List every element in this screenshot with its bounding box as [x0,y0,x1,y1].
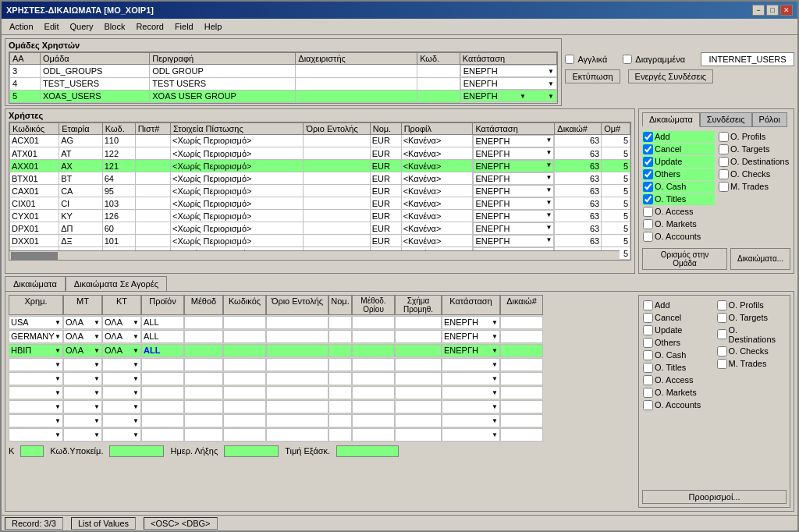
cb-update[interactable]: Update [642,156,715,168]
title-bar: ΧΡΗΣΤΕΣ-ΔΙΚΑΙΩΜΑΤΑ [ΜΟ_ΧΟΙΡ1] − □ ✕ [2,2,797,19]
energes-button[interactable]: Ενεργές Συνδέσεις [628,69,714,83]
menu-action[interactable]: Action [5,20,38,33]
b-cb-others[interactable]: Others [642,337,713,349]
bottom-col-headers: Χρημ. ΜΤ ΚΤ Προϊόν Μέθοδ Κωδικός Όριο Εν… [9,295,635,315]
group-row-selected[interactable]: 5 XOAS_USERS XOAS USER GROUP ΕΝΕΡΓΗ ▼▼ [10,90,557,102]
maximize-button[interactable]: □ [766,5,779,16]
menu-record[interactable]: Record [131,20,168,33]
ektyp-button[interactable]: Εκτύπωση [565,69,620,83]
k-input[interactable] [20,445,44,457]
b-cb-otargets[interactable]: O. Targets [716,312,787,324]
imer-input[interactable] [224,445,279,457]
bottom-tab-agores[interactable]: Δικαιώματα Σε Αγορές [66,276,167,291]
b-cb-ochecks[interactable]: O. Checks [716,346,787,357]
bottom-empty-row: ▼ ▼ ▼ ▼ [9,428,635,442]
user-row-selected[interactable]: AXX01 AX 121 <Χωρίς Περιορισμό> EUR <Καν… [10,160,630,172]
bottom-data-row-selected[interactable]: ΗΒΙΠ ▼ ΟΛΑ ▼ ΟΛΑ ▼ ALL ΕΝΕΡΓΗ ▼ [9,344,635,357]
cb-oprofils[interactable]: O. Profils [718,131,790,143]
rights-checkboxes: Add Cancel Update Others O. Cash O. Titl… [642,130,790,243]
b-cb-omarkets[interactable]: O. Markets [642,387,713,399]
menu-edit[interactable]: Edit [40,20,64,33]
user-row[interactable]: DPX01 ΔΠ 60 <Χωρίς Περιορισμό> EUR <Κανέ… [10,222,630,235]
b-cb-cancel[interactable]: Cancel [642,312,713,324]
close-button[interactable]: ✕ [780,5,793,16]
bottom-data-row[interactable]: USA ▼ ΟΛΑ ▼ ΟΛΑ ▼ ALL ΕΝΕΡΓΗ ▼ [9,316,635,329]
menu-query[interactable]: Query [66,20,98,33]
bottom-tab-dikaiwmata[interactable]: Δικαιώματα [5,276,66,291]
agglika-label: Αγγλικά [577,55,607,64]
proorismoi-button[interactable]: Προορισμοί... [642,490,787,504]
timi-input[interactable] [336,445,399,457]
menu-field[interactable]: Field [170,20,198,33]
bottom-empty-row: ▼ ▼ ▼ ▼ [9,400,635,413]
middle-area: Χρήστες Κωδικός Εταιρία Κωδ. Πιστ# Στοιχ… [5,108,794,274]
col-shima: Σχήμα Προμηθ. [395,295,442,315]
group-row[interactable]: 4 TEST_USERS TEST USERS ΕΝΕΡΓΗ ▼ [10,77,557,90]
cb-cancel[interactable]: Cancel [642,144,715,155]
cb-odestinations[interactable]: O. Destinations [718,156,790,168]
menu-help[interactable]: Help [200,20,227,33]
b-cb-oprofils[interactable]: O. Profils [716,300,787,311]
user-row[interactable]: CAX01 CA 95 <Χωρίς Περιορισμό> EUR <Κανέ… [10,185,630,197]
diagrammena-checkbox-label[interactable]: Διαγραμμένα [623,52,685,66]
col-proion: Προϊόν [141,295,184,315]
b-cb-odestinations[interactable]: O. Destinations [716,325,787,345]
b-cb-mtrades[interactable]: M. Trades [716,358,787,370]
b-cb-otitles[interactable]: O. Titles [642,362,713,374]
bottom-empty-row: ▼ ▼ ▼ ▼ [9,358,635,371]
user-row[interactable]: DXX01 ΔΞ 101 <Χωρίς Περιορισμό> EUR <Καν… [10,235,630,247]
cb-add[interactable]: Add [642,131,715,143]
b-cb-ocash[interactable]: O. Cash [642,349,713,361]
bottom-empty-row: ▼ ▼ ▼ ▼ [9,386,635,399]
rights-bottom-col1: Add Cancel Update Others O. Cash O. Titl… [642,299,713,486]
b-cb-update[interactable]: Update [642,325,713,336]
user-row[interactable]: CYX01 KY 126 <Χωρίς Περιορισμό> EUR <Καν… [10,210,630,222]
osc-dbg-status: <OSC> <DBG> [144,517,217,530]
cb-otargets[interactable]: O. Targets [718,144,790,155]
rights-tabs: Δικαιώματα Συνδέσεις Ρόλοι [642,112,790,127]
col-mt: ΜΤ [63,295,102,315]
agglika-checkbox[interactable] [565,55,574,64]
rights-bottom-col2: O. Profils O. Targets O. Destinations O.… [716,299,787,486]
user-row[interactable]: CIX01 CI 103 <Χωρίς Περιορισμό> EUR <Καν… [10,197,630,210]
groups-col-kwd: Κωδ. [417,53,460,65]
dikaiwmata-button[interactable]: Δικαιώματα... [730,248,790,270]
rights-buttons-top: Ορισμός στην Ομάδα Δικαιώματα... [642,248,790,270]
menu-block[interactable]: Block [100,20,130,33]
cb-ochecks[interactable]: O. Checks [718,168,790,180]
group-row[interactable]: 3 ODL_GROUPS ODL GROUP ΕΝΕΡΓΗ ▼ [10,65,557,78]
cb-others[interactable]: Others [642,168,715,180]
bottom-tabs: Δικαιώματα Δικαιώματα Σε Αγορές [5,276,794,291]
tab-dikaiwmata[interactable]: Δικαιώματα [642,112,700,127]
b-cb-add[interactable]: Add [642,300,713,311]
cb-mtrades[interactable]: M. Trades [718,181,790,193]
tab-roloi[interactable]: Ρόλοι [752,112,787,127]
tab-syndeseis[interactable]: Συνδέσεις [700,112,752,127]
kwd-input[interactable] [109,445,164,457]
diagrammena-checkbox[interactable] [623,55,632,64]
rights-panel-bottom: Add Cancel Update Others O. Cash O. Titl… [638,295,790,509]
user-row[interactable]: ACX01 AG 110 <Χωρίς Περιορισμό> EUR <Καν… [10,134,630,147]
b-cb-oaccounts[interactable]: O. Accounts [642,399,713,411]
agglika-checkbox-label[interactable]: Αγγλικά [565,52,607,66]
orizmos-button[interactable]: Ορισμός στην Ομάδα [642,248,727,270]
groups-title: Ομάδες Χρηστών [9,41,558,50]
cb-omarkets[interactable]: O. Markets [642,218,715,230]
user-row[interactable]: ATX01 AT 122 <Χωρίς Περιορισμό> EUR <Καν… [10,147,630,160]
groups-col-kat: Κατάσταση [460,53,557,65]
user-row[interactable]: BTX01 BT 64 <Χωρίς Περιορισμό> EUR <Κανέ… [10,172,630,185]
minimize-button[interactable]: − [752,5,765,16]
list-status: List of Values [71,517,136,530]
bottom-section: Δικαιώματα Δικαιώματα Σε Αγορές Χρημ. ΜΤ… [5,276,794,512]
users-section: Χρήστες Κωδικός Εταιρία Κωδ. Πιστ# Στοιχ… [5,108,635,274]
rights-bottom-checkboxes: Add Cancel Update Others O. Cash O. Titl… [642,299,787,486]
bottom-data-row[interactable]: GERMANY ▼ ΟΛΑ ▼ ΟΛΑ ▼ ALL ΕΝΕΡΓΗ ▼ [9,330,635,343]
b-cb-oaccess[interactable]: O. Access [642,374,713,386]
cb-otitles[interactable]: O. Titles [642,193,715,205]
col-kt: ΚΤ [102,295,141,315]
cb-ocash[interactable]: O. Cash [642,181,715,193]
cb-oaccess[interactable]: O. Access [642,206,715,218]
top-right-controls: Αγγλικά Διαγραμμένα INTERNET_USERS Εκτύπ… [565,38,794,83]
col-dik: Δικαιώ# [500,295,543,315]
cb-oaccounts[interactable]: O. Accounts [642,231,715,243]
